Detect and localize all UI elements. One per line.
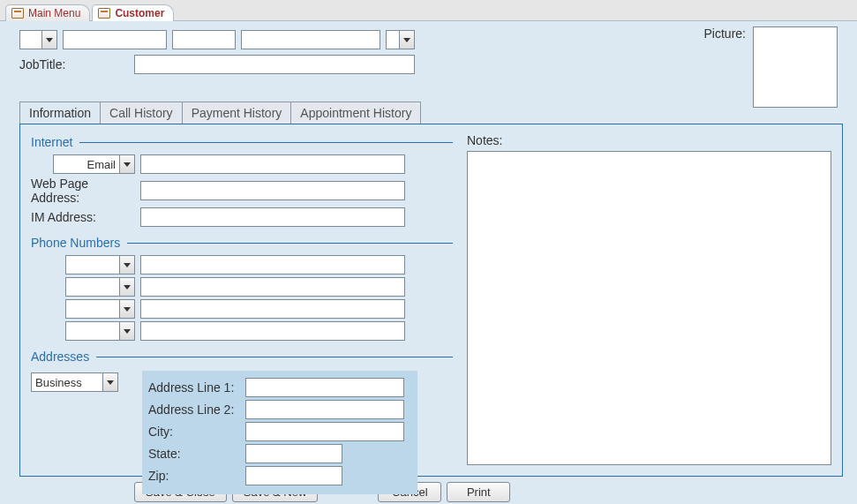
webpage-input[interactable]: [140, 181, 405, 200]
window-tabstrip: Main Menu Customer: [0, 0, 857, 21]
chevron-down-icon[interactable]: [119, 155, 134, 173]
addr-line2-label: Address Line 2:: [148, 402, 240, 417]
prefix-value: [20, 31, 41, 49]
addr-state-label: State:: [148, 447, 240, 461]
im-label: IM Address:: [31, 210, 135, 224]
last-name-input[interactable]: [241, 30, 380, 49]
tab-payment-history[interactable]: Payment History: [183, 102, 292, 124]
tab-call-history[interactable]: Call History: [101, 102, 183, 124]
addr-zip-input[interactable]: [245, 466, 342, 485]
chevron-down-icon[interactable]: [102, 373, 117, 391]
chevron-down-icon[interactable]: [119, 278, 134, 296]
divider: [127, 243, 453, 244]
window-tab-label: Main Menu: [28, 7, 80, 19]
group-label: Internet: [31, 135, 72, 149]
notes-label: Notes:: [467, 133, 831, 147]
group-phones: Phone Numbers: [31, 236, 453, 250]
prefix-combo[interactable]: [19, 30, 57, 49]
customer-form: JobTitle: Picture: Information Call Hist…: [0, 21, 857, 504]
phone-type-combo[interactable]: [65, 299, 135, 319]
phone-input[interactable]: [140, 321, 405, 341]
email-input[interactable]: [140, 154, 405, 174]
phone-input[interactable]: [140, 277, 405, 297]
phone-type-combo[interactable]: [65, 321, 135, 341]
address-type-combo[interactable]: Business: [31, 372, 118, 392]
email-type-value: Email: [54, 155, 119, 173]
group-internet: Internet: [31, 135, 453, 149]
chevron-down-icon[interactable]: [119, 300, 134, 318]
phone-input[interactable]: [140, 255, 405, 275]
addr-line2-input[interactable]: [245, 400, 404, 419]
phone-type-combo[interactable]: [65, 255, 135, 275]
window-tab-label: Customer: [115, 7, 164, 19]
form-icon: [11, 8, 24, 19]
chevron-down-icon[interactable]: [119, 256, 134, 274]
notes-textarea[interactable]: [467, 151, 831, 465]
im-input[interactable]: [140, 207, 405, 227]
suffix-combo[interactable]: [386, 30, 415, 49]
phone-type-value: [66, 322, 119, 340]
group-label: Phone Numbers: [31, 236, 120, 250]
addr-state-input[interactable]: [245, 444, 342, 463]
address-type-value: Business: [32, 373, 102, 391]
divider: [79, 142, 453, 143]
group-label: Addresses: [31, 350, 89, 364]
addr-line1-label: Address Line 1:: [148, 380, 240, 395]
email-type-combo[interactable]: Email: [53, 154, 135, 174]
jobtitle-label: JobTitle:: [19, 57, 125, 71]
window-tab-customer[interactable]: Customer: [92, 4, 174, 21]
form-icon: [98, 8, 110, 19]
tab-appointment-history[interactable]: Appointment History: [291, 102, 421, 124]
phone-type-value: [66, 256, 119, 274]
phone-input[interactable]: [140, 299, 405, 319]
divider: [96, 357, 453, 357]
phone-type-combo[interactable]: [65, 277, 135, 297]
suffix-value: [387, 31, 399, 49]
chevron-down-icon[interactable]: [399, 31, 414, 49]
addr-line1-input[interactable]: [245, 378, 404, 397]
picture-label: Picture:: [704, 26, 746, 41]
chevron-down-icon[interactable]: [119, 322, 134, 340]
address-panel: Address Line 1: Address Line 2: City: St…: [142, 371, 417, 494]
tab-body: Internet Email Web Page Address:: [19, 124, 843, 477]
picture-box[interactable]: [753, 26, 838, 108]
jobtitle-input[interactable]: [134, 55, 415, 74]
first-name-input[interactable]: [63, 30, 167, 49]
group-addresses: Addresses: [31, 350, 453, 364]
webpage-label: Web Page Address:: [31, 177, 135, 205]
window-tab-main-menu[interactable]: Main Menu: [5, 4, 90, 21]
phone-type-value: [66, 278, 119, 296]
addr-city-input[interactable]: [245, 422, 404, 441]
chevron-down-icon[interactable]: [41, 31, 56, 49]
phone-type-value: [66, 300, 119, 318]
middle-name-input[interactable]: [172, 30, 236, 49]
picture-section: Picture:: [704, 26, 838, 108]
addr-city-label: City:: [148, 425, 240, 439]
tab-information[interactable]: Information: [19, 102, 101, 124]
print-button[interactable]: Print: [447, 482, 510, 502]
addr-zip-label: Zip:: [148, 469, 240, 483]
